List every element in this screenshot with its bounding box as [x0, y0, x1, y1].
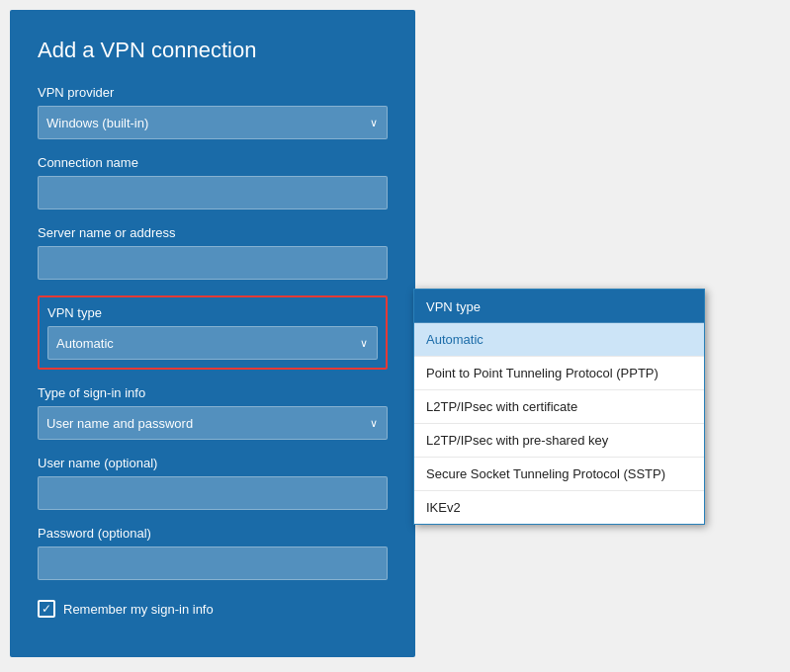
remember-label: Remember my sign-in info — [63, 602, 214, 617]
dropdown-item-ikev2[interactable]: IKEv2 — [414, 491, 704, 524]
remember-row: ✓ Remember my sign-in info — [38, 600, 388, 618]
connection-name-input[interactable] — [38, 176, 388, 210]
user-name-input[interactable] — [38, 476, 388, 510]
checkmark-icon: ✓ — [42, 603, 51, 615]
sign-in-info-label: Type of sign-in info — [38, 385, 388, 400]
vpn-type-group: VPN type Automatic Point to Point Tunnel… — [38, 295, 388, 370]
vpn-type-select[interactable]: Automatic Point to Point Tunneling Proto… — [47, 326, 378, 360]
dropdown-popup-header: VPN type — [414, 290, 704, 323]
vpn-type-label: VPN type — [47, 305, 378, 320]
vpn-provider-group: VPN provider Windows (built-in) ∨ — [38, 85, 388, 139]
server-name-input[interactable] — [38, 246, 388, 280]
password-input[interactable] — [38, 546, 388, 580]
dropdown-item-automatic[interactable]: Automatic — [414, 323, 704, 357]
connection-name-label: Connection name — [38, 155, 388, 170]
vpn-type-dropdown-popup: VPN type Automatic Point to Point Tunnel… — [413, 289, 705, 525]
dropdown-item-l2tp-cert[interactable]: L2TP/IPsec with certificate — [414, 390, 704, 424]
dropdown-item-sstp[interactable]: Secure Socket Tunneling Protocol (SSTP) — [414, 458, 704, 491]
vpn-panel: Add a VPN connection VPN provider Window… — [10, 10, 415, 657]
vpn-provider-select-wrapper: Windows (built-in) ∨ — [38, 106, 388, 139]
dropdown-item-l2tp-psk[interactable]: L2TP/IPsec with pre-shared key — [414, 424, 704, 458]
server-name-label: Server name or address — [38, 225, 388, 240]
user-name-group: User name (optional) — [38, 456, 388, 510]
dropdown-item-pptp[interactable]: Point to Point Tunneling Protocol (PPTP) — [414, 357, 704, 390]
sign-in-info-select[interactable]: User name and password Certificate Smart… — [38, 406, 388, 440]
dropdown-popup-list: Automatic Point to Point Tunneling Proto… — [414, 323, 704, 524]
server-name-group: Server name or address — [38, 225, 388, 280]
password-label: Password (optional) — [38, 526, 388, 541]
vpn-provider-label: VPN provider — [38, 85, 388, 100]
user-name-label: User name (optional) — [38, 456, 388, 470]
vpn-type-select-wrapper: Automatic Point to Point Tunneling Proto… — [47, 326, 378, 360]
remember-checkbox[interactable]: ✓ — [38, 600, 55, 618]
connection-name-group: Connection name — [38, 155, 388, 210]
vpn-provider-select[interactable]: Windows (built-in) — [38, 106, 388, 139]
sign-in-info-select-wrapper: User name and password Certificate Smart… — [38, 406, 388, 440]
sign-in-info-group: Type of sign-in info User name and passw… — [38, 385, 388, 440]
panel-title: Add a VPN connection — [38, 38, 388, 63]
password-group: Password (optional) — [38, 526, 388, 580]
